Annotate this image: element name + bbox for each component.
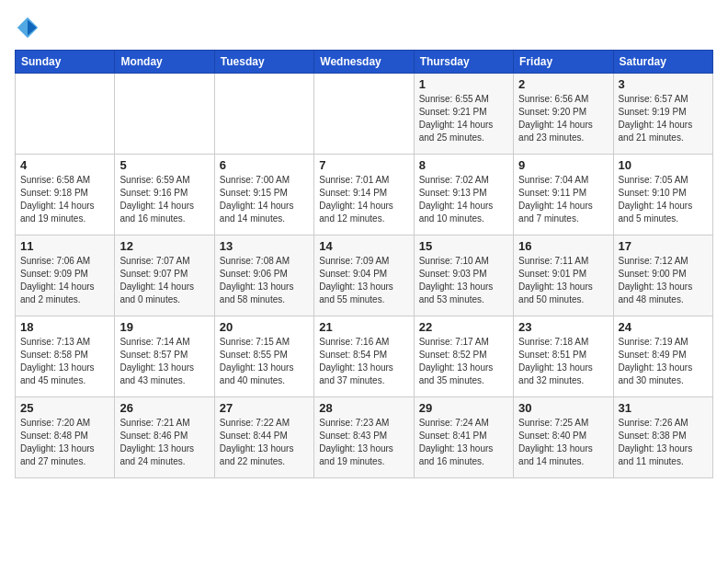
calendar-cell: 23Sunrise: 7:18 AM Sunset: 8:51 PM Dayli… (514, 316, 613, 397)
calendar-cell: 21Sunrise: 7:16 AM Sunset: 8:54 PM Dayli… (314, 316, 414, 397)
day-detail: Sunrise: 7:18 AM Sunset: 8:51 PM Dayligh… (518, 336, 608, 387)
calendar-cell: 27Sunrise: 7:22 AM Sunset: 8:44 PM Dayli… (214, 397, 313, 478)
day-number: 25 (20, 401, 109, 415)
calendar-cell: 20Sunrise: 7:15 AM Sunset: 8:55 PM Dayli… (214, 316, 313, 397)
day-number: 16 (518, 239, 608, 253)
day-number: 14 (319, 239, 408, 253)
calendar-cell: 8Sunrise: 7:02 AM Sunset: 9:13 PM Daylig… (414, 155, 513, 236)
calendar-cell: 14Sunrise: 7:09 AM Sunset: 9:04 PM Dayli… (314, 236, 414, 316)
day-detail: Sunrise: 6:57 AM Sunset: 9:19 PM Dayligh… (619, 93, 708, 144)
calendar-cell: 17Sunrise: 7:12 AM Sunset: 9:00 PM Dayli… (613, 236, 712, 316)
day-detail: Sunrise: 7:11 AM Sunset: 9:01 PM Dayligh… (518, 255, 608, 306)
day-detail: Sunrise: 7:04 AM Sunset: 9:11 PM Dayligh… (518, 174, 608, 225)
day-detail: Sunrise: 7:09 AM Sunset: 9:04 PM Dayligh… (319, 255, 408, 306)
day-detail: Sunrise: 7:05 AM Sunset: 9:10 PM Dayligh… (619, 174, 708, 225)
logo (15, 15, 44, 40)
day-detail: Sunrise: 7:17 AM Sunset: 8:52 PM Dayligh… (419, 336, 508, 387)
calendar-cell: 13Sunrise: 7:08 AM Sunset: 9:06 PM Dayli… (214, 236, 313, 316)
calendar-cell: 2Sunrise: 6:56 AM Sunset: 9:20 PM Daylig… (514, 74, 613, 155)
calendar-cell: 12Sunrise: 7:07 AM Sunset: 9:07 PM Dayli… (115, 236, 214, 316)
day-number: 28 (319, 401, 408, 415)
calendar-cell: 24Sunrise: 7:19 AM Sunset: 8:49 PM Dayli… (613, 316, 712, 397)
calendar-cell: 18Sunrise: 7:13 AM Sunset: 8:58 PM Dayli… (16, 316, 115, 397)
calendar-cell: 30Sunrise: 7:25 AM Sunset: 8:40 PM Dayli… (514, 397, 613, 478)
day-number: 21 (319, 320, 408, 334)
weekday-header-wednesday: Wednesday (314, 51, 414, 74)
calendar-cell: 22Sunrise: 7:17 AM Sunset: 8:52 PM Dayli… (414, 316, 513, 397)
day-detail: Sunrise: 7:02 AM Sunset: 9:13 PM Dayligh… (419, 174, 508, 225)
day-detail: Sunrise: 7:21 AM Sunset: 8:46 PM Dayligh… (119, 417, 209, 468)
calendar-cell (115, 74, 214, 155)
day-detail: Sunrise: 7:24 AM Sunset: 8:41 PM Dayligh… (419, 417, 508, 468)
day-detail: Sunrise: 7:25 AM Sunset: 8:40 PM Dayligh… (518, 417, 608, 468)
calendar-cell: 9Sunrise: 7:04 AM Sunset: 9:11 PM Daylig… (514, 155, 613, 236)
calendar-week-row: 25Sunrise: 7:20 AM Sunset: 8:48 PM Dayli… (16, 397, 713, 478)
day-detail: Sunrise: 6:56 AM Sunset: 9:20 PM Dayligh… (518, 93, 608, 144)
day-number: 30 (518, 401, 608, 415)
day-number: 22 (419, 320, 508, 334)
day-detail: Sunrise: 7:22 AM Sunset: 8:44 PM Dayligh… (220, 417, 309, 468)
weekday-header-row: SundayMondayTuesdayWednesdayThursdayFrid… (16, 51, 713, 74)
weekday-header-saturday: Saturday (613, 51, 712, 74)
day-detail: Sunrise: 7:08 AM Sunset: 9:06 PM Dayligh… (220, 255, 309, 306)
day-detail: Sunrise: 6:55 AM Sunset: 9:21 PM Dayligh… (419, 93, 508, 144)
calendar-cell: 29Sunrise: 7:24 AM Sunset: 8:41 PM Dayli… (414, 397, 513, 478)
day-detail: Sunrise: 7:16 AM Sunset: 8:54 PM Dayligh… (319, 336, 408, 387)
day-detail: Sunrise: 7:01 AM Sunset: 9:14 PM Dayligh… (319, 174, 408, 225)
day-detail: Sunrise: 7:06 AM Sunset: 9:09 PM Dayligh… (20, 255, 109, 306)
day-detail: Sunrise: 7:07 AM Sunset: 9:07 PM Dayligh… (119, 255, 209, 306)
calendar-cell: 31Sunrise: 7:26 AM Sunset: 8:38 PM Dayli… (613, 397, 712, 478)
calendar-week-row: 4Sunrise: 6:58 AM Sunset: 9:18 PM Daylig… (16, 155, 713, 236)
calendar-cell: 7Sunrise: 7:01 AM Sunset: 9:14 PM Daylig… (314, 155, 414, 236)
day-number: 15 (419, 239, 508, 253)
calendar-cell (16, 74, 115, 155)
day-number: 24 (619, 320, 708, 334)
day-detail: Sunrise: 7:19 AM Sunset: 8:49 PM Dayligh… (619, 336, 708, 387)
day-detail: Sunrise: 7:00 AM Sunset: 9:15 PM Dayligh… (220, 174, 309, 225)
day-number: 17 (619, 239, 708, 253)
day-number: 19 (119, 320, 209, 334)
calendar-cell: 3Sunrise: 6:57 AM Sunset: 9:19 PM Daylig… (613, 74, 712, 155)
calendar-week-row: 18Sunrise: 7:13 AM Sunset: 8:58 PM Dayli… (16, 316, 713, 397)
day-number: 12 (119, 239, 209, 253)
calendar-table: SundayMondayTuesdayWednesdayThursdayFrid… (15, 50, 713, 478)
calendar-cell: 25Sunrise: 7:20 AM Sunset: 8:48 PM Dayli… (16, 397, 115, 478)
day-detail: Sunrise: 6:58 AM Sunset: 9:18 PM Dayligh… (20, 174, 109, 225)
day-detail: Sunrise: 7:13 AM Sunset: 8:58 PM Dayligh… (20, 336, 109, 387)
day-detail: Sunrise: 7:10 AM Sunset: 9:03 PM Dayligh… (419, 255, 508, 306)
day-number: 29 (419, 401, 508, 415)
calendar-cell: 4Sunrise: 6:58 AM Sunset: 9:18 PM Daylig… (16, 155, 115, 236)
day-detail: Sunrise: 7:20 AM Sunset: 8:48 PM Dayligh… (20, 417, 109, 468)
page-header (15, 15, 713, 40)
day-detail: Sunrise: 7:23 AM Sunset: 8:43 PM Dayligh… (319, 417, 408, 468)
calendar-cell: 5Sunrise: 6:59 AM Sunset: 9:16 PM Daylig… (115, 155, 214, 236)
day-number: 4 (20, 158, 109, 172)
calendar-cell: 11Sunrise: 7:06 AM Sunset: 9:09 PM Dayli… (16, 236, 115, 316)
day-number: 1 (419, 77, 508, 91)
day-number: 18 (20, 320, 109, 334)
calendar-cell: 15Sunrise: 7:10 AM Sunset: 9:03 PM Dayli… (414, 236, 513, 316)
calendar-cell: 6Sunrise: 7:00 AM Sunset: 9:15 PM Daylig… (214, 155, 313, 236)
calendar-header: SundayMondayTuesdayWednesdayThursdayFrid… (16, 51, 713, 74)
day-number: 7 (319, 158, 408, 172)
weekday-header-tuesday: Tuesday (214, 51, 313, 74)
logo-icon (15, 15, 40, 40)
day-number: 6 (220, 158, 309, 172)
weekday-header-sunday: Sunday (16, 51, 115, 74)
calendar-cell: 1Sunrise: 6:55 AM Sunset: 9:21 PM Daylig… (414, 74, 513, 155)
day-number: 27 (220, 401, 309, 415)
calendar-cell (314, 74, 414, 155)
day-number: 23 (518, 320, 608, 334)
day-detail: Sunrise: 7:15 AM Sunset: 8:55 PM Dayligh… (220, 336, 309, 387)
day-number: 26 (119, 401, 209, 415)
weekday-header-monday: Monday (115, 51, 214, 74)
day-detail: Sunrise: 7:12 AM Sunset: 9:00 PM Dayligh… (619, 255, 708, 306)
calendar-week-row: 1Sunrise: 6:55 AM Sunset: 9:21 PM Daylig… (16, 74, 713, 155)
calendar-cell: 10Sunrise: 7:05 AM Sunset: 9:10 PM Dayli… (613, 155, 712, 236)
weekday-header-friday: Friday (514, 51, 613, 74)
day-number: 2 (518, 77, 608, 91)
calendar-cell: 16Sunrise: 7:11 AM Sunset: 9:01 PM Dayli… (514, 236, 613, 316)
day-number: 11 (20, 239, 109, 253)
weekday-header-thursday: Thursday (414, 51, 513, 74)
day-number: 31 (619, 401, 708, 415)
